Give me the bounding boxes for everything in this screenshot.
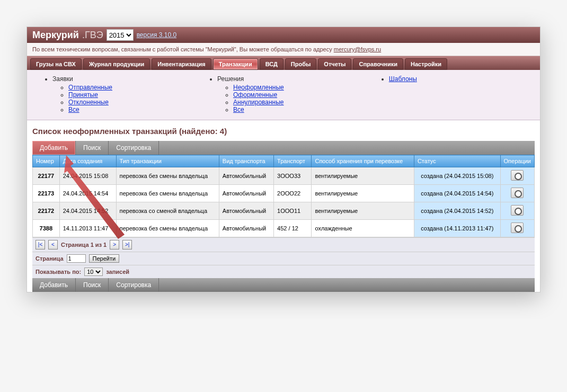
table-row: 738814.11.2013 11:47перевозка без смены …	[33, 220, 535, 237]
tab-inventory[interactable]: Инвентаризация	[152, 58, 211, 70]
cell-storage: вентилируемые	[312, 202, 414, 220]
add-button[interactable]: Добавить	[32, 141, 76, 155]
pager-prev-button[interactable]: <	[48, 240, 58, 250]
tab-settings[interactable]: Настройки	[405, 58, 447, 70]
sort-button[interactable]: Сортировка	[109, 141, 159, 155]
cell-status: создана (24.04.2015 15:08)	[414, 167, 500, 185]
pager-first-button[interactable]: |<	[36, 240, 45, 250]
table-row: 2217724.04.2015 15:08перевозка без смены…	[33, 167, 535, 185]
submenu: Заявки Отправленные Принятые Отклоненные…	[27, 70, 540, 120]
cell-transport-kind: Автомобильный	[219, 220, 273, 237]
pager-perpage-prefix: Показывать по:	[36, 269, 81, 275]
pager-perpage-suffix: записей	[106, 269, 129, 275]
pager-go-button[interactable]: Перейти	[89, 254, 120, 263]
cell-number: 22177	[33, 167, 60, 185]
submenu-link-accepted[interactable]: Принятые	[68, 91, 98, 99]
main-tabbar: Грузы на СВХ Журнал продукции Инвентариз…	[27, 56, 540, 70]
pager-page-input[interactable]	[67, 254, 86, 263]
pager-page-text: Страница 1 из 1	[61, 242, 107, 248]
version-link[interactable]: версия 3.10.0	[137, 31, 177, 39]
cell-status: создана (24.04.2015 14:54)	[414, 185, 500, 202]
cell-status: создана (24.04.2015 14:52)	[414, 202, 500, 220]
submenu-col-templates: Шаблоны	[379, 75, 417, 114]
cell-date: 24.04.2015 14:52	[59, 202, 116, 220]
info-text: По всем техническим вопросам, связанным …	[32, 46, 334, 52]
tab-refs[interactable]: Справочники	[353, 58, 403, 70]
app-subname: .ГВЭ	[82, 30, 103, 41]
cell-ops	[500, 202, 534, 220]
footer-search-button[interactable]: Поиск	[76, 278, 109, 292]
submenu-col-decisions: Решения Неоформленные Оформленные Аннули…	[208, 75, 284, 114]
support-email-link[interactable]: mercury@fsvps.ru	[334, 46, 381, 52]
cell-storage: охлажденные	[312, 220, 414, 237]
pager-perpage-select[interactable]: 10	[84, 268, 103, 276]
cell-type: перевозка со сменой владельца	[116, 202, 219, 220]
cell-transport: 3ООО33	[274, 167, 312, 185]
pager-last-button[interactable]: >|	[122, 240, 132, 250]
cell-status: создана (14.11.2013 11:47)	[414, 220, 500, 237]
pager-goto: Страница Перейти	[32, 252, 535, 265]
cell-number: 7388	[33, 220, 60, 237]
table-row: 2217324.04.2015 14:54перевозка без смены…	[33, 185, 535, 202]
transactions-table: Номер Дата создания Тип транзакции Вид т…	[32, 155, 535, 237]
submenu-link-all-requests[interactable]: Все	[68, 106, 79, 113]
cell-transport: 452 / 12	[274, 220, 312, 237]
table-row: 2217224.04.2015 14:52перевозка со сменой…	[33, 202, 535, 220]
cell-transport: 2ООО22	[274, 185, 312, 202]
year-select[interactable]: 2015	[107, 29, 134, 41]
submenu-link-cancelled[interactable]: Аннулированные	[233, 99, 284, 106]
search-button[interactable]: Поиск	[76, 141, 109, 155]
submenu-link-pending[interactable]: Неоформленные	[233, 84, 284, 91]
col-transport: Транспорт	[274, 155, 312, 167]
tab-cargo[interactable]: Грузы на СВХ	[30, 58, 82, 70]
col-number: Номер	[33, 155, 60, 167]
submenu-link-sent[interactable]: Отправленные	[68, 84, 112, 91]
view-icon[interactable]	[511, 188, 524, 198]
col-type: Тип транзакции	[116, 155, 219, 167]
cell-type: перевозка без смены владельца	[116, 220, 219, 237]
cell-ops	[500, 220, 534, 237]
tab-transactions[interactable]: Транзакции	[213, 58, 258, 70]
cell-transport-kind: Автомобильный	[219, 167, 273, 185]
page-title: Список неоформленных транзакций (найдено…	[32, 127, 535, 136]
cell-number: 22173	[33, 185, 60, 202]
bottom-toolbar: Добавить Поиск Сортировка	[32, 278, 535, 292]
tab-samples[interactable]: Пробы	[285, 58, 317, 70]
cell-date: 24.04.2015 15:08	[59, 167, 116, 185]
info-bar: По всем техническим вопросам, связанным …	[27, 43, 540, 56]
footer-sort-button[interactable]: Сортировка	[109, 278, 159, 292]
submenu-title-decisions: Решения	[217, 75, 244, 83]
submenu-title-requests: Заявки	[52, 75, 73, 83]
cell-ops	[500, 185, 534, 202]
cell-type: перевозка без смены владельца	[116, 167, 219, 185]
submenu-col-requests: Заявки Отправленные Принятые Отклоненные…	[43, 75, 112, 114]
pager-nav: |< < Страница 1 из 1 > >|	[32, 237, 535, 252]
tab-vsd[interactable]: ВСД	[260, 58, 284, 70]
app-name: Меркурий	[32, 30, 79, 41]
footer-add-button[interactable]: Добавить	[32, 278, 76, 292]
pager-next-button[interactable]: >	[110, 240, 119, 250]
col-status: Статус	[414, 155, 500, 167]
cell-transport: 1ООО11	[274, 202, 312, 220]
submenu-link-all-decisions[interactable]: Все	[233, 106, 244, 113]
cell-transport-kind: Автомобильный	[219, 202, 273, 220]
tab-reports[interactable]: Отчеты	[318, 58, 351, 70]
submenu-link-done[interactable]: Оформленные	[233, 91, 277, 99]
tab-journal[interactable]: Журнал продукции	[83, 58, 150, 70]
cell-date: 24.04.2015 14:54	[59, 185, 116, 202]
col-ops: Операции	[500, 155, 534, 167]
cell-storage: вентилируемые	[312, 167, 414, 185]
top-toolbar: Добавить Поиск Сортировка	[32, 141, 535, 155]
col-date: Дата создания	[59, 155, 116, 167]
cell-storage: вентилируемые	[312, 185, 414, 202]
pager-perpage: Показывать по: 10 записей	[32, 265, 535, 278]
view-icon[interactable]	[511, 205, 524, 216]
submenu-link-rejected[interactable]: Отклоненные	[68, 99, 109, 106]
view-icon[interactable]	[511, 222, 524, 233]
cell-transport-kind: Автомобильный	[219, 185, 273, 202]
app-header: Меркурий.ГВЭ 2015 версия 3.10.0	[27, 27, 540, 43]
cell-date: 14.11.2013 11:47	[59, 220, 116, 237]
submenu-link-templates[interactable]: Шаблоны	[389, 75, 417, 83]
view-icon[interactable]	[511, 170, 524, 181]
cell-number: 22172	[33, 202, 60, 220]
